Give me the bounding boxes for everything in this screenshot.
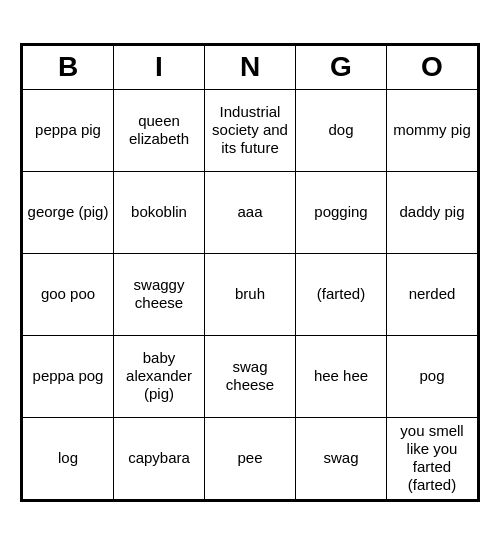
cell-r3-c3: hee hee [296, 335, 387, 417]
cell-r2-c0: goo poo [23, 253, 114, 335]
cell-r1-c2: aaa [205, 171, 296, 253]
cell-r4-c3: swag [296, 417, 387, 499]
bingo-header-cell: I [114, 45, 205, 89]
cell-r0-c3: dog [296, 89, 387, 171]
cell-r1-c3: pogging [296, 171, 387, 253]
cell-r3-c1: baby alexander (pig) [114, 335, 205, 417]
bingo-header-cell: N [205, 45, 296, 89]
cell-r2-c2: bruh [205, 253, 296, 335]
bingo-header-cell: B [23, 45, 114, 89]
cell-r3-c0: peppa pog [23, 335, 114, 417]
cell-r2-c3: (farted) [296, 253, 387, 335]
cell-r2-c1: swaggy cheese [114, 253, 205, 335]
cell-r3-c2: swag cheese [205, 335, 296, 417]
cell-r1-c4: daddy pig [387, 171, 478, 253]
cell-r4-c0: log [23, 417, 114, 499]
cell-r3-c4: pog [387, 335, 478, 417]
cell-r1-c0: george (pig) [23, 171, 114, 253]
cell-r0-c0: peppa pig [23, 89, 114, 171]
bingo-card: BINGO peppa pigqueen elizabethIndustrial… [20, 43, 480, 502]
cell-r2-c4: nerded [387, 253, 478, 335]
cell-r4-c2: pee [205, 417, 296, 499]
cell-r4-c4: you smell like you farted (farted) [387, 417, 478, 499]
cell-r0-c1: queen elizabeth [114, 89, 205, 171]
cell-r1-c1: bokoblin [114, 171, 205, 253]
cell-r0-c4: mommy pig [387, 89, 478, 171]
bingo-header-cell: G [296, 45, 387, 89]
cell-r0-c2: Industrial society and its future [205, 89, 296, 171]
cell-r4-c1: capybara [114, 417, 205, 499]
bingo-header-cell: O [387, 45, 478, 89]
